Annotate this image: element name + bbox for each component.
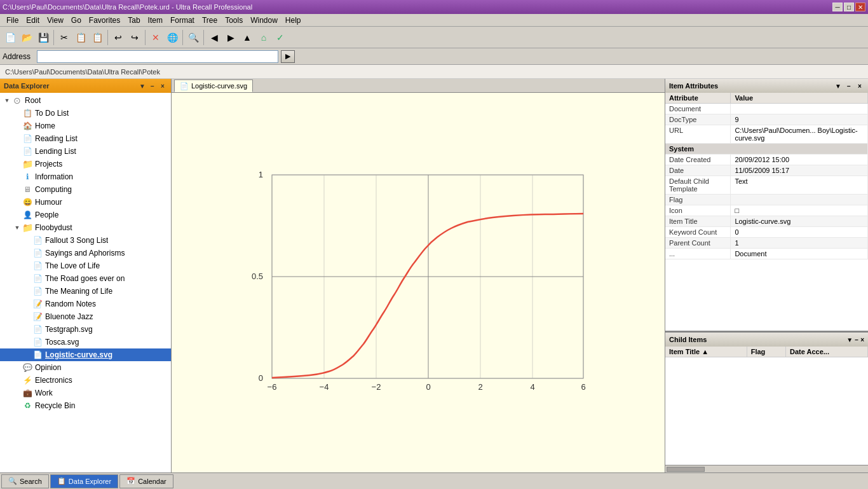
paste-btn[interactable]: 📋 [90,30,105,45]
tree-item-floobydust[interactable]: ▼📁Floobydust [0,221,171,234]
tree-item-lending[interactable]: 📄Lending List [0,145,171,158]
nav-up-btn[interactable]: ▲ [240,30,255,45]
active-tab[interactable]: 📄 Logistic-curve.svg [174,79,253,92]
menu-item-go[interactable]: Go [67,15,85,26]
undo-btn[interactable]: ↩ [111,30,126,45]
svg-text:2: 2 [478,382,482,392]
tree-item-opinion[interactable]: 💬Opinion [0,361,171,374]
tree-item-electronics[interactable]: ⚡Electronics [0,374,171,387]
tree-item-humour[interactable]: 😄Humour [0,196,171,209]
attr-pin-btn[interactable]: ▼ [834,83,843,90]
tree-area: ▼⊙Root📋To Do List🏠Home📄Reading List📄Lend… [0,93,171,472]
toggle-floobydust[interactable]: ▼ [13,224,22,231]
child-col-flag[interactable]: Flag [747,347,785,357]
menu-item-file[interactable]: File [3,15,22,26]
address-input[interactable] [37,50,278,63]
cut-btn[interactable]: ✂ [57,30,72,45]
panel-min-btn[interactable]: − [148,83,157,90]
panel-pin-btn[interactable]: ▼ [138,83,147,90]
maximize-button[interactable]: □ [844,3,854,11]
panel-close-btn[interactable]: × [158,83,167,90]
tab-bar: 📄 Logistic-curve.svg [172,79,665,93]
tree-item-projects[interactable]: 📁Projects [0,158,171,170]
child-min-btn[interactable]: − [855,336,858,343]
nav-back-btn[interactable]: ◀ [207,30,222,45]
menu-item-tree[interactable]: Tree [198,15,221,26]
menu-item-view[interactable]: View [43,15,67,26]
save-btn[interactable]: 💾 [36,30,51,45]
tree-item-testgraph[interactable]: 📄Testgraph.svg [0,323,171,336]
icon-root: ⊙ [11,95,23,106]
icon-tosca: 📄 [32,337,43,347]
tree-item-road[interactable]: 📄The Road goes ever on [0,272,171,285]
copy-btn[interactable]: 📋 [73,30,88,45]
label-humour: Humour [35,198,62,207]
child-pin-btn[interactable]: ▼ [846,336,853,343]
web-btn[interactable]: 🌐 [165,30,180,45]
tree-item-logistic[interactable]: 📄Logistic-curve.svg [0,348,171,361]
tree-item-fallout[interactable]: 📄Fallout 3 Song List [0,234,171,247]
check-btn[interactable]: ✓ [273,30,288,45]
tree-item-people[interactable]: 👤People [0,209,171,221]
redo-btn[interactable]: ↪ [127,30,142,45]
status-btn-calendar[interactable]: 📅Calendar [119,474,173,488]
tree-item-sayings[interactable]: 📄Sayings and Aphorisms [0,247,171,259]
nav-fwd-btn[interactable]: ▶ [223,30,238,45]
menu-item-window[interactable]: Window [247,15,281,26]
tree-item-computing[interactable]: 🖥Computing [0,183,171,196]
attr-col-header[interactable]: Attribute [665,93,731,104]
status-btn-search[interactable]: 🔍Search [1,474,49,488]
tree-item-root[interactable]: ▼⊙Root [0,94,171,107]
icon-humour: 😄 [22,197,33,207]
tree-item-home[interactable]: 🏠Home [0,120,171,132]
title-bar: C:\Users\Paul\Documents\Data\Ultra Recal… [0,0,868,14]
icon-bluenote: 📝 [32,312,43,322]
menu-item-tools[interactable]: Tools [221,15,247,26]
label-bluenote: Bluenote Jazz [45,312,93,321]
tree-item-bluenote[interactable]: 📝Bluenote Jazz [0,310,171,323]
open-btn[interactable]: 📂 [19,30,34,45]
toggle-root[interactable]: ▼ [3,97,11,104]
tree-item-info[interactable]: ℹInformation [0,170,171,183]
tree-item-reading[interactable]: 📄Reading List [0,132,171,145]
menu-bar: FileEditViewGoFavoritesTabItemFormatTree… [0,14,868,27]
menu-item-format[interactable]: Format [166,15,198,26]
tree-item-work[interactable]: 💼Work [0,387,171,399]
tree-item-todo[interactable]: 📋To Do List [0,107,171,120]
attr-min-btn[interactable]: − [844,83,853,90]
tree-item-tosca[interactable]: 📄Tosca.svg [0,336,171,348]
menu-item-favorites[interactable]: Favorites [85,15,124,26]
tree-item-lovelive[interactable]: 📄The Love of Life [0,259,171,272]
icon-sayings: 📄 [32,248,43,258]
attr-close-btn[interactable]: × [855,83,864,90]
child-table: Item Title ▲FlagDate Acce... [665,347,868,465]
close-button[interactable]: ✕ [855,3,865,11]
attr-row: Date Created20/09/2012 15:00 [665,155,868,165]
tab-icon: 📄 [180,82,189,90]
menu-item-edit[interactable]: Edit [22,15,43,26]
child-close-btn[interactable]: × [860,336,864,343]
menu-item-help[interactable]: Help [281,15,305,26]
child-col-itemtitle[interactable]: Item Title ▲ [665,347,747,357]
tree-item-random[interactable]: 📝Random Notes [0,298,171,310]
child-title: Child Items [669,336,707,343]
right-panel-top: Item Attributes ▼ − × Attribute Value [665,79,868,333]
tree-item-recycle[interactable]: ♻Recycle Bin [0,399,171,412]
menu-item-item[interactable]: Item [144,15,166,26]
home-btn[interactable]: ⌂ [256,30,271,45]
child-scrollbar[interactable] [665,465,868,472]
minimize-button[interactable]: ─ [832,3,843,11]
address-go-btn[interactable]: ▶ [281,50,295,63]
new-btn[interactable]: 📄 [3,30,18,45]
tree-item-meaning[interactable]: 📄The Meaning of Life [0,285,171,298]
label-todo: To Do List [35,109,69,118]
search-btn[interactable]: 🔍 [186,30,201,45]
val-col-header[interactable]: Value [731,93,868,104]
title-text: C:\Users\Paul\Documents\Data\Ultra Recal… [3,3,252,11]
child-col-dateacce[interactable]: Date Acce... [786,347,868,357]
status-btn-data-explorer[interactable]: 📋Data Explorer [50,474,118,488]
label-road: The Road goes ever on [45,274,125,283]
delete-btn[interactable]: ✕ [148,30,163,45]
sep4 [182,30,183,45]
menu-item-tab[interactable]: Tab [124,15,144,26]
